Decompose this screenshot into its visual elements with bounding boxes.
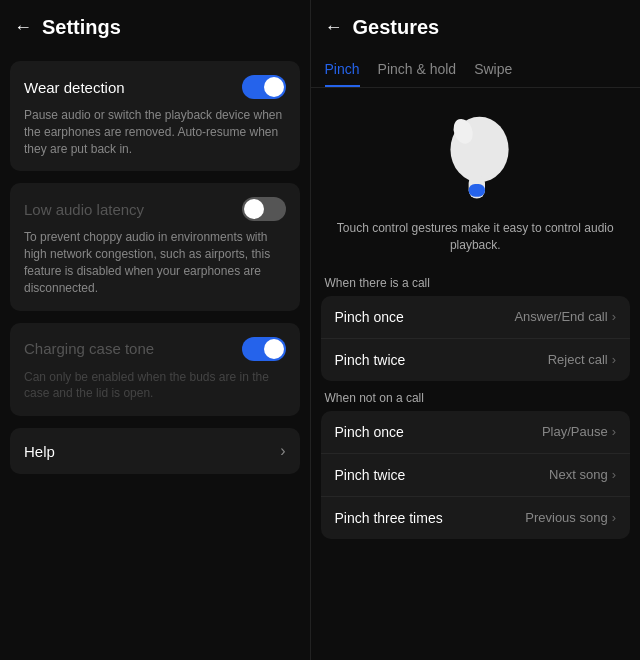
pinch-twice-no-call[interactable]: Pinch twice Next song › [321, 454, 630, 497]
no-call-gesture-section: Pinch once Play/Pause › Pinch twice Next… [321, 411, 630, 539]
charging-case-toggle[interactable] [242, 337, 286, 361]
pinch-once-no-call-name: Pinch once [335, 424, 404, 440]
svg-rect-2 [469, 184, 485, 197]
pinch-twice-no-call-name: Pinch twice [335, 467, 406, 483]
pinch-twice-call-name: Pinch twice [335, 352, 406, 368]
pinch-once-call-name: Pinch once [335, 309, 404, 325]
gestures-title: Gestures [353, 16, 440, 39]
pinch-once-call-action: Answer/End call › [514, 309, 616, 324]
low-audio-latency-row: Low audio latency [24, 197, 286, 221]
pinch-once-no-call-action-text: Play/Pause [542, 424, 608, 439]
settings-panel: ← Settings Wear detection Pause audio or… [0, 0, 310, 660]
pinch-three-times-no-call-name: Pinch three times [335, 510, 443, 526]
pinch-once-no-call-action: Play/Pause › [542, 424, 616, 439]
settings-back-button[interactable]: ← [14, 17, 32, 38]
tab-swipe[interactable]: Swipe [474, 61, 512, 87]
low-audio-latency-toggle[interactable] [242, 197, 286, 221]
pinch-once-call-action-text: Answer/End call [514, 309, 607, 324]
help-chevron-icon: › [280, 442, 285, 460]
call-section-title: When there is a call [325, 276, 626, 290]
pinch-three-times-no-call-action: Previous song › [525, 510, 616, 525]
pinch-once-call-chevron-icon: › [612, 309, 616, 324]
no-call-section-title: When not on a call [325, 391, 626, 405]
help-row: Help › [24, 442, 286, 460]
charging-case-label: Charging case tone [24, 340, 154, 357]
charging-case-section: Charging case tone Can only be enabled w… [10, 323, 300, 417]
wear-detection-section: Wear detection Pause audio or switch the… [10, 61, 300, 171]
wear-detection-toggle[interactable] [242, 75, 286, 99]
help-section[interactable]: Help › [10, 428, 300, 474]
pinch-once-no-call[interactable]: Pinch once Play/Pause › [321, 411, 630, 454]
wear-detection-row: Wear detection [24, 75, 286, 99]
tab-pinch[interactable]: Pinch [325, 61, 360, 87]
settings-header: ← Settings [0, 0, 310, 55]
low-audio-latency-label: Low audio latency [24, 201, 144, 218]
gesture-list: When there is a call Pinch once Answer/E… [311, 266, 640, 660]
pinch-three-times-no-call[interactable]: Pinch three times Previous song › [321, 497, 630, 539]
wear-detection-label: Wear detection [24, 79, 125, 96]
pinch-twice-no-call-chevron-icon: › [612, 467, 616, 482]
charging-case-description: Can only be enabled when the buds are in… [24, 369, 286, 403]
pinch-twice-no-call-action-text: Next song [549, 467, 608, 482]
low-audio-latency-description: To prevent choppy audio in environments … [24, 229, 286, 296]
pinch-twice-no-call-action: Next song › [549, 467, 616, 482]
pinch-twice-call-action: Reject call › [548, 352, 616, 367]
tab-pinch-hold[interactable]: Pinch & hold [378, 61, 457, 87]
gestures-back-button[interactable]: ← [325, 17, 343, 38]
gestures-panel: ← Gestures Pinch Pinch & hold Swipe Touc… [311, 0, 640, 660]
pinch-twice-call-chevron-icon: › [612, 352, 616, 367]
pinch-three-times-no-call-action-text: Previous song [525, 510, 607, 525]
pinch-once-no-call-chevron-icon: › [612, 424, 616, 439]
pinch-twice-call-action-text: Reject call [548, 352, 608, 367]
gesture-description-text: Touch control gestures make it easy to c… [311, 212, 640, 266]
pinch-once-call[interactable]: Pinch once Answer/End call › [321, 296, 630, 339]
gestures-header: ← Gestures [311, 0, 640, 55]
gesture-tabs: Pinch Pinch & hold Swipe [311, 55, 640, 88]
charging-case-row: Charging case tone [24, 337, 286, 361]
settings-title: Settings [42, 16, 121, 39]
wear-detection-description: Pause audio or switch the playback devic… [24, 107, 286, 157]
low-audio-latency-section: Low audio latency To prevent choppy audi… [10, 183, 300, 310]
pinch-three-times-no-call-chevron-icon: › [612, 510, 616, 525]
call-gesture-section: Pinch once Answer/End call › Pinch twice… [321, 296, 630, 381]
pinch-twice-call[interactable]: Pinch twice Reject call › [321, 339, 630, 381]
earphone-svg [430, 104, 520, 204]
earphone-illustration [311, 88, 640, 212]
help-label: Help [24, 443, 55, 460]
